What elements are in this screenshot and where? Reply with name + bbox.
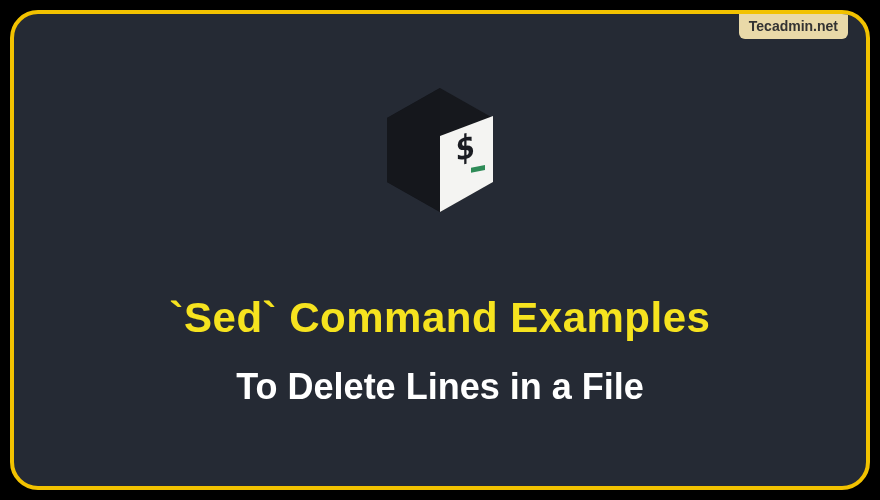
sub-heading: To Delete Lines in a File: [14, 366, 866, 408]
main-heading: `Sed` Command Examples: [14, 294, 866, 342]
site-watermark: Tecadmin.net: [739, 14, 848, 39]
feature-card: Tecadmin.net $ `Sed` Command Examples To…: [10, 10, 870, 490]
watermark-text: Tecadmin.net: [749, 18, 838, 34]
prompt-glyph: $: [455, 125, 475, 169]
terminal-cube-icon: $: [381, 86, 499, 214]
